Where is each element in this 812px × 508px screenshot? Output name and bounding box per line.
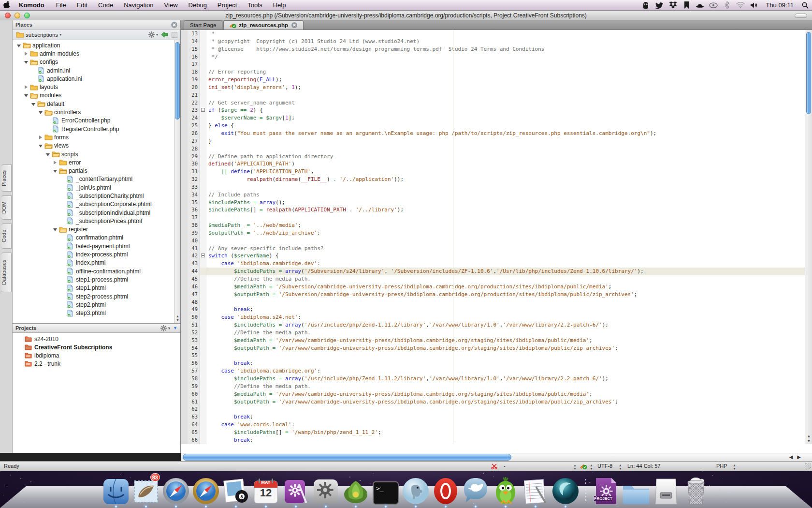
bluetooth-icon[interactable]: [720, 0, 734, 11]
code-line-55[interactable]: 55: [181, 352, 812, 359]
projects-filter-icon[interactable]: ▼: [173, 326, 177, 330]
project-item-ibdiploma[interactable]: ibdiploma: [13, 351, 180, 359]
tree-file-step2-process.phtml[interactable]: step2-process.phtml: [13, 292, 174, 300]
volume-icon[interactable]: [747, 0, 761, 11]
breakpoint-margin[interactable]: [181, 352, 188, 359]
dock-terminal-icon[interactable]: >_: [371, 475, 401, 505]
fold-margin[interactable]: [200, 153, 206, 161]
code-line-39[interactable]: 39$outputPath = '../web/zip_archive';: [181, 229, 812, 237]
breakpoint-margin[interactable]: [181, 429, 188, 436]
tree-file-_subscriptionIndividual.phtml[interactable]: _subscriptionIndividual.phtml: [13, 209, 174, 217]
fold-margin[interactable]: [200, 60, 206, 68]
tree-collapse-icon[interactable]: [44, 151, 51, 158]
tree-file-admin.ini[interactable]: admin.ini: [13, 66, 174, 75]
close-window-button[interactable]: [5, 13, 11, 18]
breakpoint-margin[interactable]: [181, 199, 188, 207]
tree-collapse-icon[interactable]: [52, 226, 58, 233]
code-line-38[interactable]: 38$mediaPath = '../web/media';: [181, 222, 812, 229]
code-line-52[interactable]: 52 //Define the media path.: [181, 329, 812, 337]
breakpoint-margin[interactable]: [181, 68, 188, 76]
tree-folder-application[interactable]: application: [13, 41, 174, 49]
tree-folder-modules[interactable]: modules: [13, 91, 174, 100]
tree-scrollbar[interactable]: ▲▼: [174, 40, 180, 323]
zoom-window-button[interactable]: [24, 13, 30, 18]
fold-margin[interactable]: [200, 436, 206, 444]
tree-file-step3.phtml[interactable]: step3.phtml: [13, 309, 174, 317]
file-status-icon[interactable]: [580, 463, 587, 471]
tree-scrollbar-arrows[interactable]: ▲▼: [174, 314, 180, 322]
tree-collapse-icon[interactable]: [37, 109, 44, 116]
fold-margin[interactable]: [200, 99, 206, 107]
tree-collapse-icon[interactable]: [37, 142, 44, 149]
breakpoint-margin[interactable]: [181, 283, 188, 291]
tab-zip_resources.php[interactable]: zip_resources.php✕: [223, 20, 304, 30]
breakpoint-margin[interactable]: [181, 421, 188, 429]
tree-collapse-icon[interactable]: [23, 92, 29, 99]
fold-margin[interactable]: [200, 214, 206, 222]
code-line-49[interactable]: 49 break;: [181, 306, 812, 314]
code-line-31[interactable]: 31 || define('APPLICATION_PATH',: [181, 168, 812, 176]
code-line-32[interactable]: 32 realpath(dirname(__FILE__) . '/../app…: [181, 176, 812, 183]
code-line-41[interactable]: 41// Any sever-specific include paths?: [181, 245, 812, 253]
breakpoint-margin[interactable]: [181, 130, 188, 137]
code-line-22[interactable]: 22// Get server_name argument: [181, 99, 812, 107]
fold-margin[interactable]: [200, 160, 206, 168]
breakpoint-margin[interactable]: [181, 436, 188, 444]
fold-margin[interactable]: [200, 405, 206, 413]
breakpoint-margin[interactable]: [181, 99, 188, 107]
breakpoint-margin[interactable]: [181, 237, 188, 245]
dock-ledger-icon[interactable]: [521, 475, 551, 505]
tree-file-_subscriptionCharity.phtml[interactable]: _subscriptionCharity.phtml: [13, 192, 174, 200]
fold-margin[interactable]: [200, 168, 206, 176]
code-line-24[interactable]: 24 $serverName = $argv[1];: [181, 114, 812, 122]
tree-folder-admin-modules[interactable]: admin-modules: [13, 49, 174, 58]
fold-margin[interactable]: [200, 145, 206, 153]
tree-expand-icon[interactable]: [37, 134, 44, 141]
project-item-s24-2010[interactable]: s24-2010: [13, 335, 180, 343]
code-line-62[interactable]: 62: [181, 405, 812, 413]
encoding-indicator[interactable]: UTF-8: [597, 463, 612, 469]
breakpoint-margin[interactable]: [181, 275, 188, 283]
scroll-down-icon[interactable]: ▼: [805, 439, 812, 443]
wifi-icon[interactable]: [734, 0, 747, 11]
breakpoint-margin[interactable]: [181, 413, 188, 421]
fold-margin[interactable]: [200, 130, 206, 137]
side-tab-databases[interactable]: Databases: [1, 253, 12, 292]
code-line-44[interactable]: 44 $includePaths = array('/Subversion/s2…: [181, 268, 812, 275]
menu-edit[interactable]: Edit: [72, 0, 93, 10]
fold-margin[interactable]: [200, 268, 206, 275]
dock-calendar-icon[interactable]: MAY12: [251, 475, 281, 505]
breakpoint-margin[interactable]: [181, 367, 188, 375]
breakpoint-margin[interactable]: [181, 153, 188, 161]
breakpoint-margin[interactable]: [181, 191, 188, 199]
fold-margin[interactable]: [200, 53, 206, 61]
code-line-18[interactable]: 18// Error reporting: [181, 68, 812, 76]
side-tab-places[interactable]: Places: [1, 164, 12, 192]
code-line-19[interactable]: 19error_reporting(E_ALL);: [181, 76, 812, 84]
tree-expand-icon[interactable]: [23, 50, 29, 57]
fold-margin[interactable]: [200, 260, 206, 268]
code-line-26[interactable]: 26 exit("You must pass the server name a…: [181, 130, 812, 137]
fold-margin[interactable]: [200, 344, 206, 352]
tree-expand-icon[interactable]: [23, 84, 29, 90]
breakpoint-margin[interactable]: [181, 137, 188, 145]
code-line-43[interactable]: 43 case 'ibdiploma.cambridge.dev':: [181, 260, 812, 268]
fold-margin[interactable]: [200, 283, 206, 291]
code-line-40[interactable]: 40: [181, 237, 812, 245]
fold-margin[interactable]: [200, 359, 206, 367]
breakpoint-margin[interactable]: [181, 375, 188, 383]
fold-margin[interactable]: [200, 176, 206, 183]
dock-purple-app-icon[interactable]: [281, 475, 311, 505]
breakpoint-margin[interactable]: [181, 168, 188, 176]
window-title-bar[interactable]: zip_resources.php (/Subversion/cambridge…: [0, 11, 812, 20]
tree-file-step1-process.phtml[interactable]: step1-process.phtml: [13, 275, 174, 284]
tree-file-index.phtml[interactable]: index.phtml: [13, 259, 174, 267]
breakpoint-margin[interactable]: [181, 76, 188, 84]
dock-versions-icon[interactable]: [341, 475, 371, 505]
code-line-34[interactable]: 34// Include paths: [181, 191, 812, 199]
menu-file[interactable]: File: [51, 0, 72, 10]
code-line-21[interactable]: 21: [181, 91, 812, 99]
code-line-65[interactable]: 65 $includePaths[] = '/wamp/bin/php/zend…: [181, 429, 812, 436]
fold-margin[interactable]: [200, 383, 206, 390]
breakpoint-margin[interactable]: [181, 91, 188, 99]
